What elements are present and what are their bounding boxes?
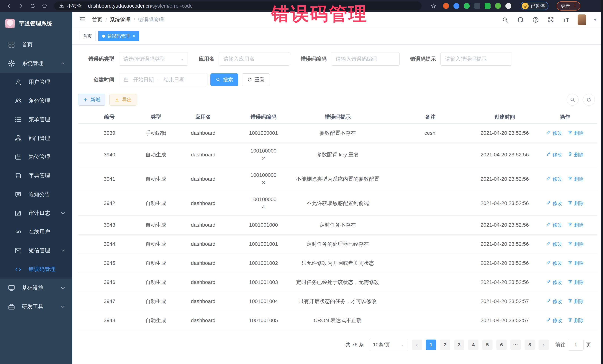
- edit-button[interactable]: 修改: [546, 317, 562, 324]
- goto-page-input[interactable]: [568, 339, 583, 351]
- prev-page-button[interactable]: ‹: [412, 340, 422, 350]
- extension-orange-icon[interactable]: [443, 3, 449, 9]
- extension-puzzle-icon[interactable]: [505, 3, 511, 9]
- cell-actions: 修改删除: [533, 259, 597, 267]
- sidebar-item-devtool[interactable]: 研发工具: [0, 297, 72, 316]
- edit-button[interactable]: 修改: [546, 176, 562, 183]
- delete-button[interactable]: 删除: [568, 200, 584, 207]
- extension-green-v-icon[interactable]: [464, 3, 470, 9]
- fullscreen-icon[interactable]: [547, 16, 555, 23]
- cell-type: 自动生成: [141, 259, 171, 267]
- page-size-select[interactable]: 10条/页 ⌄: [369, 339, 408, 351]
- tab-错误码管理[interactable]: 错误码管理×: [98, 31, 139, 41]
- export-button[interactable]: 导出: [109, 94, 137, 106]
- github-icon[interactable]: [517, 16, 524, 23]
- extension-key-icon[interactable]: [495, 3, 501, 9]
- refresh-table-button[interactable]: [583, 94, 595, 106]
- sidebar-item-dept[interactable]: 部门管理: [0, 129, 72, 147]
- delete-button[interactable]: 删除: [568, 279, 584, 286]
- browser-back-icon[interactable]: [4, 1, 14, 10]
- add-button[interactable]: 新增: [78, 94, 105, 106]
- sidebar-item-online[interactable]: 在线用户: [0, 222, 72, 241]
- page-button-2[interactable]: 2: [440, 340, 450, 350]
- edit-button[interactable]: 修改: [546, 298, 562, 305]
- breadcrumb-item[interactable]: 系统管理: [110, 16, 131, 23]
- pencil-icon: [546, 130, 551, 137]
- code-icon: [14, 265, 22, 273]
- sidebar-collapse-icon[interactable]: [79, 16, 87, 24]
- search-button[interactable]: 搜索: [210, 73, 238, 86]
- sidebar-item-home[interactable]: 首页: [0, 35, 72, 54]
- page-button-5[interactable]: 5: [482, 340, 493, 350]
- search-icon[interactable]: [501, 16, 509, 23]
- extension-onoff-icon[interactable]: [485, 3, 491, 9]
- sidebar-item-audit[interactable]: 审计日志: [0, 204, 72, 222]
- browser-home-icon[interactable]: [39, 1, 50, 10]
- sidebar-item-label: 通知公告: [29, 191, 66, 198]
- next-page-button[interactable]: ›: [539, 340, 549, 350]
- error-msg-input[interactable]: 请输入错误码提示: [441, 52, 512, 66]
- extension-gem-icon[interactable]: [453, 3, 459, 9]
- edit-button[interactable]: 修改: [546, 241, 562, 248]
- trash-icon: [568, 222, 573, 229]
- sidebar-item-user[interactable]: 用户管理: [0, 73, 72, 91]
- page-button-6[interactable]: 6: [496, 340, 507, 350]
- user-avatar[interactable]: [578, 14, 586, 25]
- delete-button[interactable]: 删除: [568, 260, 584, 267]
- sidebar-item-dict[interactable]: 字典管理: [0, 166, 72, 185]
- chevron-down-icon: [60, 210, 66, 216]
- pagination-ellipsis[interactable]: ···: [510, 340, 521, 350]
- avatar-caret-icon[interactable]: ▾: [594, 17, 596, 22]
- edit-button[interactable]: 修改: [546, 260, 562, 267]
- close-tab-icon[interactable]: ×: [133, 33, 135, 39]
- sidebar-item-infra[interactable]: 基础设施: [0, 278, 72, 297]
- sidebar-item-sms[interactable]: 短信管理: [0, 241, 72, 260]
- extension-grid-icon[interactable]: [474, 3, 480, 9]
- font-size-icon[interactable]: ᴛT: [562, 16, 570, 23]
- app-logo-row[interactable]: 芋道管理系统: [0, 12, 72, 35]
- delete-button[interactable]: 删除: [568, 222, 584, 229]
- edit-button[interactable]: 修改: [546, 130, 562, 137]
- delete-button[interactable]: 删除: [568, 317, 584, 324]
- edit-button[interactable]: 修改: [546, 200, 562, 207]
- browser-reload-icon[interactable]: [27, 1, 38, 10]
- browser-profile-badge[interactable]: 已暂停: [521, 2, 548, 10]
- sidebar-item-system[interactable]: 系统管理: [0, 54, 72, 73]
- sidebar-item-menu[interactable]: 菜单管理: [0, 110, 72, 129]
- delete-button[interactable]: 删除: [568, 298, 584, 305]
- reset-button[interactable]: 重置: [242, 73, 270, 86]
- tab-首页[interactable]: 首页: [79, 31, 96, 41]
- error-msg-label: 错误码提示: [410, 55, 441, 62]
- sidebar-item-role[interactable]: 角色管理: [0, 91, 72, 110]
- delete-button[interactable]: 删除: [568, 151, 584, 158]
- browser-menu-dots-icon[interactable]: [572, 3, 578, 9]
- delete-button[interactable]: 删除: [568, 241, 584, 248]
- sidebar-item-post[interactable]: 岗位管理: [0, 147, 72, 166]
- delete-button[interactable]: 删除: [568, 176, 584, 183]
- date-range-picker[interactable]: 开始日期 - 结束日期: [119, 73, 208, 86]
- add-button-label: 新增: [90, 96, 100, 103]
- cell-app: dashboard: [171, 278, 236, 286]
- help-icon[interactable]: [532, 16, 539, 23]
- delete-button[interactable]: 删除: [568, 130, 584, 137]
- edit-button[interactable]: 修改: [546, 279, 562, 286]
- page-button-3[interactable]: 3: [454, 340, 464, 350]
- sidebar-item-notice[interactable]: 通知公告: [0, 185, 72, 204]
- page-button-8[interactable]: 8: [524, 340, 535, 350]
- update-label: 更新: [561, 3, 570, 9]
- show-search-toggle-button[interactable]: [567, 94, 579, 106]
- breadcrumb-separator: /: [134, 17, 135, 23]
- browser-forward-icon[interactable]: [16, 1, 26, 10]
- edit-button[interactable]: 修改: [546, 151, 562, 158]
- page-button-1[interactable]: 1: [426, 340, 436, 350]
- bookmark-star-icon[interactable]: [428, 1, 439, 10]
- error-code-input[interactable]: 请输入错误码编码: [331, 52, 400, 66]
- table-row: 3941自动生成dashboard1001000003不能删除类型为系统内置的参…: [78, 167, 597, 191]
- browser-update-button[interactable]: 更新: [557, 1, 580, 11]
- page-button-4[interactable]: 4: [468, 340, 478, 350]
- app-name-input[interactable]: 请输入应用名: [219, 52, 290, 66]
- edit-button[interactable]: 修改: [546, 222, 562, 229]
- error-type-select[interactable]: 请选择错误码类型 ⌄: [119, 52, 188, 66]
- sidebar-item-errcode[interactable]: 错误码管理: [0, 260, 72, 278]
- breadcrumb-item[interactable]: 首页: [92, 16, 103, 23]
